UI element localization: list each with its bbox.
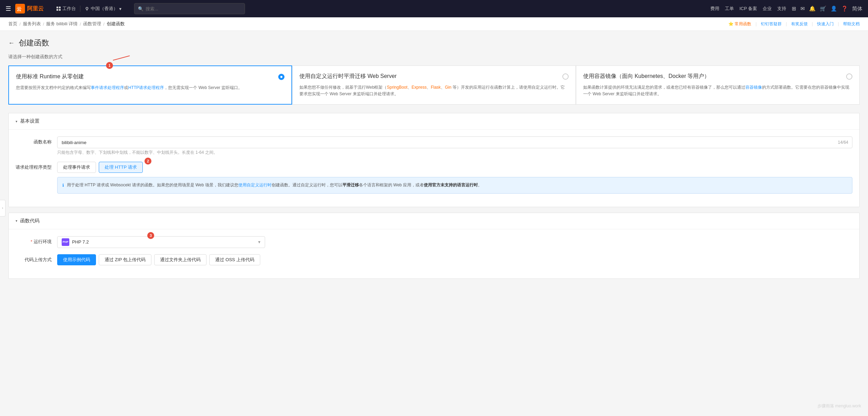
search-icon: 🔍 [138,6,143,11]
basic-settings-section: ▾ 基本设置 函数名称 14/64 只能包含字母、数字、下划线和中划线，不能以数… [8,113,860,207]
share-icon[interactable]: ⊞ [792,6,796,12]
quick-common-functions[interactable]: ⭐ 常用函数 [728,21,751,27]
back-button[interactable]: ← [8,39,15,47]
option-card-1-title: 使用标准 Runtime 从零创建 [16,73,84,80]
breadcrumb-function-mgmt[interactable]: 函数管理 [83,21,101,27]
function-code-header[interactable]: ▾ 函数代码 [9,213,859,229]
svg-rect-4 [56,9,58,11]
page-title: 创建函数 [19,38,49,48]
btn-zip-upload[interactable]: 通过 ZIP 包上传代码 [99,254,151,265]
option-card-2-header: 使用自定义运行时平滑迁移 Web Server [299,73,569,80]
menu-button[interactable]: ☰ [6,5,11,12]
runtime-control: 3 PHP PHP 7.2 ▾ [57,236,852,248]
location-icon [85,6,89,11]
link-http-handler[interactable]: HTTP请求处理程序 [128,85,164,90]
quick-links: ⭐ 常用函数 | 钉钉答疑群 | 有奖反馈 | 快速入门 | 帮助文档 [728,21,860,27]
option-cards: 1 使用标准 Runtime 从零创建 您需要按照开发文档中约定的格式来编写事件… [8,65,860,105]
breadcrumb: 首页 / 服务列表 / 服务 bilibili 详情 / 函数管理 / 创建函数 [8,21,125,27]
sep-1: / [19,21,21,27]
btn-sample-code[interactable]: 使用示例代码 [57,254,96,265]
breadcrumb-bar: 首页 / 服务列表 / 服务 bilibili 详情 / 函数管理 / 创建函数… [0,17,868,31]
quick-dingtalk[interactable]: 钉钉答疑群 [761,21,782,27]
php-icon: PHP [62,238,69,246]
nav-enterprise[interactable]: 企业 [763,6,772,12]
btn-http-request[interactable]: 处理 HTTP 请求 [99,162,143,173]
option-card-3-radio[interactable] [846,73,852,80]
quick-start[interactable]: 快速入门 [817,21,834,27]
annotation-1: 1 [106,62,113,69]
function-name-input-wrapper: 14/64 [57,136,852,148]
function-code-section: ▾ 函数代码 运行环境 3 PHP PHP 7 [8,213,860,279]
page-subtitle: 请选择一种创建函数的方式 [8,54,860,60]
option-card-2-title: 使用自定义运行时平滑迁移 Web Server [299,73,397,80]
info-text: 用于处理 HTTP 请求或 Websocekt 请求的函数。如果您的使用场景是 … [67,182,482,189]
search-input[interactable] [146,6,241,11]
search-box[interactable]: 🔍 [134,3,245,14]
function-name-row: 函数名称 14/64 只能包含字母、数字、下划线和中划线，不能以数字、中划线开头… [16,136,852,156]
handler-type-label: 请求处理程序类型 [16,162,57,170]
breadcrumb-service-detail[interactable]: 服务 bilibili 详情 [46,21,78,27]
bell-icon[interactable]: 🔔 [809,6,816,12]
page-title-row: ← 创建函数 [8,38,860,48]
svg-text:云: 云 [17,6,21,12]
btn-oss-upload[interactable]: 通过 OSS 上传代码 [209,254,260,265]
code-collapse-icon: ▾ [16,219,17,223]
runtime-row: 运行环境 3 PHP PHP 7.2 ▾ [16,236,852,248]
basic-settings-title: 基本设置 [20,118,40,124]
user-icon[interactable]: 👤 [831,6,837,12]
nav-icons: ⊞ ✉ 🔔 🛒 👤 ❓ 简体 [792,6,862,12]
btn-folder-upload[interactable]: 通过文件夹上传代码 [154,254,207,265]
function-code-title: 函数代码 [20,218,40,224]
region-selector[interactable]: 中国（香港） ▾ [80,6,126,12]
option-card-1-header: 使用标准 Runtime 从零创建 [16,73,284,80]
option-card-container[interactable]: 使用容器镜像（面向 Kubernetes、Docker 等用户） 如果函数计算提… [576,65,860,105]
nav-icp[interactable]: ICP 备案 [739,6,757,12]
main-content: ← 创建函数 请选择一种创建函数的方式 1 使用标准 Runtime 从零创建 … [0,31,868,412]
message-icon[interactable]: ✉ [800,6,805,12]
logo[interactable]: 云 阿里云 [15,4,44,14]
breadcrumb-home[interactable]: 首页 [8,21,17,27]
runtime-chevron-icon: ▾ [258,239,261,245]
svg-rect-2 [56,7,58,8]
option-card-1-desc: 您需要按照开发文档中约定的格式来编写事件请求处理程序或HTTP请求处理程序，您无… [16,85,284,91]
collapse-icon: ▾ [16,120,17,123]
help-icon[interactable]: ❓ [841,6,848,12]
svg-rect-3 [59,7,61,8]
nav-ticket[interactable]: 工单 [725,6,734,12]
link-event-handler[interactable]: 事件请求处理程序 [91,85,124,90]
annotation-2: 2 [144,158,151,165]
function-name-control: 14/64 只能包含字母、数字、下划线和中划线，不能以数字、中划线开头。长度在 … [57,136,852,156]
logo-icon: 云 [15,4,25,14]
sep-3: / [80,21,81,27]
runtime-value: PHP 7.2 [72,239,89,245]
language-button[interactable]: 简体 [852,6,862,12]
runtime-label: 运行环境 [16,236,57,245]
option-card-standard-runtime[interactable]: 1 使用标准 Runtime 从零创建 您需要按照开发文档中约定的格式来编写事件… [8,65,292,105]
function-name-label: 函数名称 [16,136,57,145]
function-name-input[interactable] [57,136,852,148]
nav-fees[interactable]: 费用 [710,6,719,12]
option-card-2-radio[interactable] [562,73,569,80]
workbench-link[interactable]: 工作台 [52,6,80,12]
sep-2: / [43,21,44,27]
sidebar-toggle[interactable]: › [0,200,6,216]
btn-event-request[interactable]: 处理事件请求 [57,162,96,173]
function-name-hint: 只能包含字母、数字、下划线和中划线，不能以数字、中划线开头。长度在 1-64 之… [57,150,852,156]
cart-icon[interactable]: 🛒 [820,6,826,12]
quick-feedback[interactable]: 有奖反馈 [791,21,808,27]
quick-docs[interactable]: 帮助文档 [843,21,860,27]
runtime-display[interactable]: PHP PHP 7.2 ▾ [57,236,265,248]
nav-support[interactable]: 支持 [777,6,786,12]
link-container-image[interactable]: 容器镜像 [745,85,762,90]
basic-settings-header[interactable]: ▾ 基本设置 [9,113,859,130]
runtime-select-wrapper: PHP PHP 7.2 ▾ [57,236,265,248]
link-custom-runtime[interactable]: 使用自定义运行时 [238,183,272,187]
logo-text: 阿里云 [27,5,44,12]
sep-4: / [103,21,105,27]
breadcrumb-service-list[interactable]: 服务列表 [23,21,41,27]
option-card-custom-runtime[interactable]: 使用自定义运行时平滑迁移 Web Server 如果您想不做任何修改，就基于流行… [292,65,576,105]
btn-http-wrapper: 处理 HTTP 请求 2 [99,162,143,173]
option-card-3-desc: 如果函数计算提供的环境无法满足您的需求，或者您已经有容器镜像了，那么您可以通过容… [583,84,852,97]
chevron-down-icon: ▾ [119,6,122,11]
option-card-1-radio[interactable] [278,74,284,80]
